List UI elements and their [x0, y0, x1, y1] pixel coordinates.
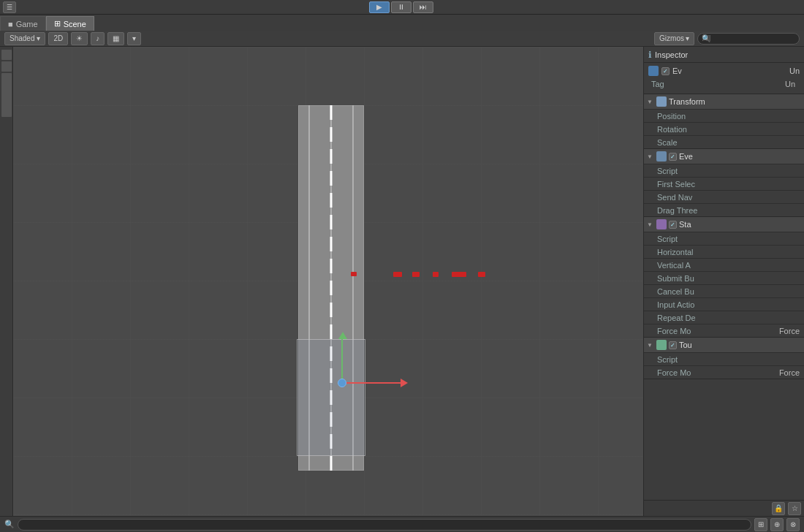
red-marker-1 [351, 272, 357, 276]
scale-label: Scale [657, 138, 800, 147]
send-nav-field: Send Nav [644, 190, 804, 203]
gizmo-y-axis [341, 339, 343, 383]
tab-game-label: Game [16, 20, 38, 28]
gizmo-x-axis [342, 382, 401, 384]
repeat-delay-label: Repeat De [657, 314, 800, 322]
status-btn-1[interactable]: ⊞ [754, 518, 767, 531]
shaded-dropdown[interactable]: Shaded ▾ [4, 32, 45, 45]
horizontal-field: Horizontal [644, 245, 804, 258]
event-system-component: ▼ Eve Script First Selec Send Nav Drag T… [644, 149, 804, 217]
standalone-input-component: ▼ Sta Script Horizontal Vertical A Submi… [644, 217, 804, 338]
inspector-header: ℹ Inspector [644, 47, 804, 63]
play-controls: ▶ ⏸ ⏭ [369, 1, 433, 13]
scene-toolbar: Shaded ▾ 2D ☀ ♪ ▦ ▾ Gizmos ▾ 🔍 [0, 31, 804, 47]
standalone-checkbox[interactable] [669, 221, 677, 229]
event-collapse-icon: ▼ [647, 153, 654, 160]
object-icon [648, 66, 659, 76]
event-script-field: Script [644, 164, 804, 177]
audio-button[interactable]: ♪ [91, 32, 105, 45]
touch-label: Tou [679, 341, 801, 349]
top-toolbar: ☰ ▶ ⏸ ⏭ [0, 0, 804, 15]
touch-icon [656, 340, 667, 350]
scene-search-input[interactable] [697, 33, 800, 45]
event-icon [656, 151, 667, 162]
inspector-icon: ℹ [648, 50, 652, 60]
touch-script-field: Script [644, 352, 804, 365]
scene-view [13, 47, 643, 516]
transform-header[interactable]: ▼ Transform [644, 94, 804, 109]
left-panel-scroll[interactable] [1, 73, 12, 117]
menu-button[interactable]: ☰ [3, 1, 16, 13]
effects-button[interactable]: ▦ [107, 32, 124, 45]
tab-row: ■ Game ⊞ Scene [0, 15, 804, 31]
gizmos-label: Gizmos [659, 34, 684, 42]
inspector-body: Ev Un Tag Un ▼ Transform Position [644, 63, 804, 500]
tab-scene[interactable]: ⊞ Scene [46, 16, 94, 31]
left-panel-btn-2[interactable] [1, 61, 12, 72]
gizmos-dropdown[interactable]: Gizmos ▾ [654, 32, 694, 45]
left-panel [0, 47, 13, 516]
tab-game[interactable]: ■ Game [0, 16, 46, 31]
more-button[interactable]: ▾ [127, 32, 141, 45]
first-selected-label: First Selec [657, 180, 800, 189]
tag-value: Un [789, 66, 800, 75]
game-icon: ■ [8, 20, 13, 28]
input-actions-field: Input Actio [644, 297, 804, 311]
inspector-info-btn[interactable]: ☆ [788, 502, 801, 515]
touch-script-label: Script [657, 355, 800, 364]
cancel-label: Cancel Bu [657, 287, 800, 296]
standalone-icon [656, 219, 667, 229]
active-checkbox[interactable] [661, 67, 670, 75]
inspector-lock-btn[interactable]: 🔒 [772, 502, 785, 515]
event-system-header[interactable]: ▼ Eve [644, 149, 804, 164]
drag-threshold-field: Drag Three [644, 203, 804, 216]
red-marker-6 [478, 272, 485, 277]
play-button[interactable]: ▶ [369, 1, 390, 13]
standalone-collapse-icon: ▼ [647, 221, 654, 228]
shaded-arrow-icon: ▾ [37, 34, 40, 42]
status-search-input[interactable] [18, 519, 751, 531]
pause-button[interactable]: ⏸ [391, 1, 412, 13]
scale-field: Scale [644, 135, 804, 148]
inspector-panel: ℹ Inspector Ev Un Tag Un ▼ [643, 47, 804, 516]
track [298, 105, 364, 471]
standalone-header[interactable]: ▼ Sta [644, 217, 804, 232]
step-button[interactable]: ⏭ [413, 1, 433, 13]
touch-checkbox[interactable] [669, 341, 677, 349]
transform-component: ▼ Transform Position Rotation Scale [644, 94, 804, 149]
search-icon: 🔍 [4, 520, 15, 529]
status-btn-2[interactable]: ⊕ [770, 518, 784, 531]
layer-label: Ev [672, 66, 682, 75]
cancel-field: Cancel Bu [644, 284, 804, 297]
2d-button[interactable]: 2D [48, 32, 68, 45]
transform-label: Transform [669, 97, 801, 106]
inspector-title: Inspector [655, 50, 688, 59]
red-marker-3 [412, 272, 420, 277]
lighting-button[interactable]: ☀ [71, 32, 88, 45]
left-panel-btn-1[interactable] [1, 50, 12, 60]
status-btn-3[interactable]: ⊗ [786, 518, 800, 531]
force-mode-1-field: Force Mo Force [644, 324, 804, 337]
red-marker-4 [433, 272, 439, 277]
submit-label: Submit Bu [657, 274, 800, 283]
search-icon: 🔍 [702, 34, 710, 42]
touch-collapse-icon: ▼ [647, 342, 654, 349]
force-mode-2-field: Force Mo Force [644, 365, 804, 379]
input-actions-label: Input Actio [657, 300, 800, 309]
red-marker-5 [452, 272, 466, 277]
transform-icon [656, 96, 667, 107]
transform-collapse-icon: ▼ [647, 99, 654, 105]
standalone-script-label: Script [657, 235, 800, 243]
tag-label: Tag [651, 80, 785, 88]
event-system-label: Eve [679, 152, 801, 161]
2d-label: 2D [53, 34, 63, 42]
scene-icon: ⊞ [54, 19, 61, 28]
event-checkbox[interactable] [669, 153, 677, 161]
send-nav-label: Send Nav [657, 193, 800, 202]
gizmos-arrow-icon: ▾ [686, 34, 689, 42]
status-bar: 🔍 ⊞ ⊕ ⊗ [0, 516, 804, 532]
touch-header[interactable]: ▼ Tou [644, 338, 804, 352]
shaded-label: Shaded [10, 34, 34, 42]
position-label: Position [657, 112, 800, 121]
standalone-script-field: Script [644, 232, 804, 245]
